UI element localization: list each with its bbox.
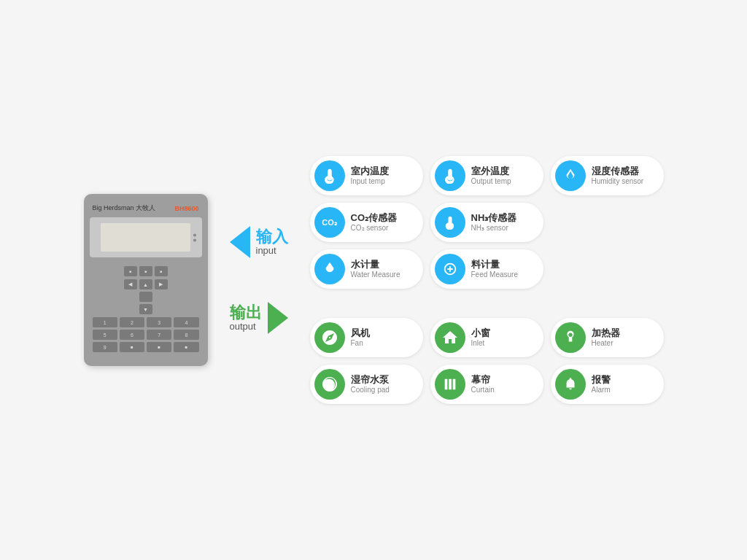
- co2-icon: CO₂: [314, 207, 345, 238]
- key-10[interactable]: ■: [120, 342, 144, 352]
- heater-cn: 加热器: [592, 327, 620, 339]
- empty-spacer-1: [551, 203, 664, 242]
- nh3-icon: [435, 207, 465, 238]
- co2-text: CO₂传感器 CO₂ sensor: [351, 212, 398, 233]
- water-cn: 水计量: [351, 259, 400, 271]
- sensor-heater: 加热器 Heater: [551, 318, 664, 357]
- water-icon: [314, 254, 345, 284]
- co2-cn: CO₂传感器: [351, 212, 398, 224]
- device-screen: [90, 217, 202, 257]
- screen-display: [101, 223, 190, 252]
- output-label-en: output: [230, 321, 262, 332]
- section-divider: [310, 296, 664, 311]
- output-label-cn: 输出: [230, 305, 262, 321]
- alarm-cn: 报警: [592, 374, 611, 386]
- key-4[interactable]: 4: [174, 317, 198, 327]
- curtain-icon: [435, 369, 465, 400]
- key-up[interactable]: ▲: [139, 279, 152, 289]
- key-func1[interactable]: ■: [124, 266, 137, 276]
- indoor-temp-cn: 室内温度: [351, 166, 389, 177]
- numpad: 1 2 3 4 5 6 7 8 9 ■ ■ ■: [93, 317, 199, 352]
- key-5[interactable]: 5: [93, 330, 117, 340]
- key-func3[interactable]: ■: [155, 266, 168, 276]
- humidity-icon: [555, 160, 586, 191]
- dot-1: [193, 233, 196, 236]
- key-9[interactable]: 9: [93, 342, 117, 352]
- input-row-3: 水计量 Water Measure 料计量 Feed Measure: [310, 249, 664, 289]
- sensor-nh3: NH₃传感器 NH₃ sensor: [430, 203, 543, 242]
- key-6[interactable]: 6: [120, 330, 144, 340]
- sensor-curtain: 幕帘 Curtain: [430, 365, 543, 404]
- cooling-pad-en: Cooling pad: [351, 386, 390, 394]
- device-brand: Big Herdsman 大牧人: [93, 203, 156, 213]
- alarm-icon: [555, 369, 586, 400]
- indoor-temp-en: Input temp: [351, 177, 389, 186]
- feed-icon: [435, 254, 465, 284]
- inlet-icon: [435, 322, 465, 353]
- heater-en: Heater: [592, 339, 620, 348]
- cooling-pad-text: 湿帘水泵 Cooling pad: [351, 374, 390, 394]
- input-arrow-icon: [230, 226, 250, 258]
- screen-dots: [193, 233, 196, 241]
- fan-cn: 风机: [351, 327, 370, 339]
- sensor-fan: 风机 Fan: [310, 318, 423, 357]
- sensor-indoor-temp: 室内温度 Input temp: [310, 156, 423, 195]
- input-arrow-with-label: 输入 input: [230, 226, 288, 258]
- key-1[interactable]: 1: [93, 317, 117, 327]
- output-label: 输出 output: [230, 305, 262, 332]
- sensor-inlet: 小窗 Inlet: [430, 318, 543, 357]
- humidity-text: 湿度传感器 Humidity sensor: [592, 166, 644, 186]
- sensor-co2: CO₂ CO₂传感器 CO₂ sensor: [310, 203, 423, 242]
- water-text: 水计量 Water Measure: [351, 259, 400, 279]
- output-arrow-icon: [268, 302, 288, 334]
- empty-spacer-2: [551, 249, 664, 289]
- key-left[interactable]: ◀: [124, 279, 137, 289]
- inlet-en: Inlet: [471, 339, 490, 348]
- alarm-text: 报警 Alarm: [592, 374, 611, 394]
- curtain-en: Curtain: [471, 386, 495, 394]
- key-2[interactable]: 2: [120, 317, 144, 327]
- key-8[interactable]: 8: [174, 330, 198, 340]
- output-row-2: 湿帘水泵 Cooling pad 幕帘 Curtain: [310, 365, 664, 404]
- sensor-water: 水计量 Water Measure: [310, 249, 423, 289]
- nh3-cn: NH₃传感器: [471, 212, 517, 224]
- key-func2[interactable]: ■: [139, 266, 152, 276]
- key-down[interactable]: ▼: [139, 304, 152, 314]
- device-model: BH8600: [174, 205, 198, 212]
- heater-text: 加热器 Heater: [592, 327, 620, 348]
- fan-en: Fan: [351, 339, 370, 348]
- sensor-alarm: 报警 Alarm: [551, 365, 664, 404]
- nav-row: ◀ ▲ ▼ ▶: [93, 279, 199, 314]
- input-label: 输入 input: [256, 229, 288, 256]
- key-12[interactable]: ■: [174, 342, 198, 352]
- keypad-area: ■ ■ ■ ◀ ▲ ▼ ▶ 1 2 3 4 5 6: [90, 263, 202, 355]
- main-container: Big Herdsman 大牧人 BH8600 ■ ■ ■ ◀ ▲: [84, 156, 664, 404]
- input-label-en: input: [256, 245, 288, 256]
- cooling-pad-icon: [314, 369, 345, 400]
- heater-icon: [555, 322, 586, 353]
- sensor-humidity: 湿度传感器 Humidity sensor: [551, 156, 664, 195]
- inlet-cn: 小窗: [471, 327, 490, 339]
- indoor-temp-text: 室内温度 Input temp: [351, 166, 389, 186]
- key-right[interactable]: ▶: [155, 279, 168, 289]
- output-arrow-group: 输出 output: [230, 302, 288, 334]
- key-11[interactable]: ■: [147, 342, 171, 352]
- outdoor-temp-cn: 室外温度: [471, 166, 511, 177]
- func-row: ■ ■ ■: [93, 266, 199, 276]
- inlet-text: 小窗 Inlet: [471, 327, 490, 348]
- input-row-2: CO₂ CO₂传感器 CO₂ sensor NH₃传感器 NH₃ sensor: [310, 203, 664, 242]
- indoor-temp-icon: [314, 160, 345, 191]
- output-arrow-with-label: 输出 output: [230, 302, 288, 334]
- sensor-cooling-pad: 湿帘水泵 Cooling pad: [310, 365, 423, 404]
- water-en: Water Measure: [351, 271, 400, 279]
- curtain-cn: 幕帘: [471, 374, 495, 386]
- key-3[interactable]: 3: [147, 317, 171, 327]
- outdoor-temp-icon: [435, 160, 465, 191]
- key-7[interactable]: 7: [147, 330, 171, 340]
- humidity-en: Humidity sensor: [592, 177, 644, 186]
- input-row-1: 室内温度 Input temp 室外温度 Output temp: [310, 156, 664, 195]
- key-center[interactable]: [139, 292, 152, 302]
- dot-2: [193, 238, 196, 241]
- co2-en: CO₂ sensor: [351, 224, 398, 233]
- curtain-text: 幕帘 Curtain: [471, 374, 495, 394]
